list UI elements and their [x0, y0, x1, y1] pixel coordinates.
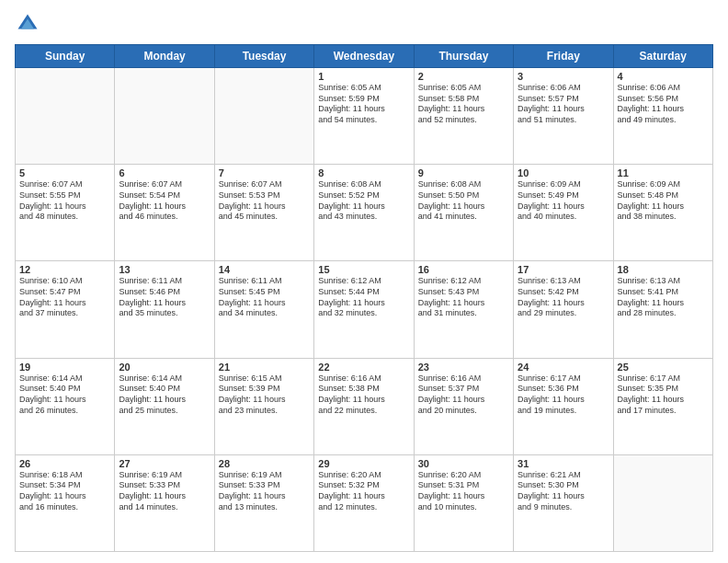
- header: [15, 11, 713, 37]
- calendar-cell: 8Sunrise: 6:08 AM Sunset: 5:52 PM Daylig…: [314, 165, 414, 261]
- day-info: Sunrise: 6:08 AM Sunset: 5:52 PM Dayligh…: [318, 179, 409, 223]
- day-info: Sunrise: 6:17 AM Sunset: 5:35 PM Dayligh…: [618, 373, 709, 417]
- day-info: Sunrise: 6:05 AM Sunset: 5:58 PM Dayligh…: [418, 83, 509, 126]
- day-info: Sunrise: 6:13 AM Sunset: 5:42 PM Dayligh…: [518, 276, 609, 319]
- day-info: Sunrise: 6:06 AM Sunset: 5:56 PM Dayligh…: [618, 83, 709, 126]
- calendar-cell: 17Sunrise: 6:13 AM Sunset: 5:42 PM Dayli…: [514, 261, 613, 358]
- day-info: Sunrise: 6:19 AM Sunset: 5:33 PM Dayligh…: [219, 470, 310, 513]
- day-info: Sunrise: 6:12 AM Sunset: 5:44 PM Dayligh…: [318, 276, 409, 319]
- calendar-cell: 27Sunrise: 6:19 AM Sunset: 5:33 PM Dayli…: [115, 454, 214, 551]
- calendar-cell: 2Sunrise: 6:05 AM Sunset: 5:58 PM Daylig…: [414, 68, 513, 165]
- day-number: 27: [119, 458, 210, 469]
- day-info: Sunrise: 6:15 AM Sunset: 5:39 PM Dayligh…: [219, 373, 310, 417]
- day-info: Sunrise: 6:11 AM Sunset: 5:46 PM Dayligh…: [119, 276, 210, 319]
- day-info: Sunrise: 6:07 AM Sunset: 5:53 PM Dayligh…: [219, 179, 310, 223]
- calendar-week-4: 19Sunrise: 6:14 AM Sunset: 5:40 PM Dayli…: [16, 358, 713, 454]
- calendar-cell: 16Sunrise: 6:12 AM Sunset: 5:43 PM Dayli…: [414, 261, 513, 358]
- day-header-saturday: Saturday: [613, 45, 712, 68]
- day-header-sunday: Sunday: [16, 45, 115, 68]
- day-number: 9: [418, 167, 509, 178]
- logo: [15, 11, 44, 37]
- day-number: 17: [518, 264, 609, 275]
- calendar-cell: [613, 454, 712, 551]
- day-number: 5: [19, 167, 110, 178]
- day-number: 30: [418, 458, 509, 469]
- calendar-cell: 23Sunrise: 6:16 AM Sunset: 5:37 PM Dayli…: [414, 358, 513, 454]
- day-header-monday: Monday: [115, 45, 214, 68]
- calendar-cell: 18Sunrise: 6:13 AM Sunset: 5:41 PM Dayli…: [613, 261, 712, 358]
- logo-icon: [15, 11, 40, 37]
- day-number: 10: [518, 167, 609, 178]
- calendar-cell: 7Sunrise: 6:07 AM Sunset: 5:53 PM Daylig…: [214, 165, 313, 261]
- day-number: 2: [418, 71, 509, 82]
- day-info: Sunrise: 6:09 AM Sunset: 5:48 PM Dayligh…: [618, 179, 709, 223]
- day-info: Sunrise: 6:16 AM Sunset: 5:37 PM Dayligh…: [418, 373, 509, 417]
- day-info: Sunrise: 6:05 AM Sunset: 5:59 PM Dayligh…: [318, 83, 409, 126]
- calendar-cell: 11Sunrise: 6:09 AM Sunset: 5:48 PM Dayli…: [613, 165, 712, 261]
- day-number: 20: [119, 362, 210, 373]
- day-info: Sunrise: 6:19 AM Sunset: 5:33 PM Dayligh…: [119, 470, 210, 513]
- day-number: 8: [318, 167, 409, 178]
- day-number: 14: [219, 264, 310, 275]
- day-number: 11: [618, 167, 709, 178]
- day-number: 12: [19, 264, 110, 275]
- calendar-cell: 9Sunrise: 6:08 AM Sunset: 5:50 PM Daylig…: [414, 165, 513, 261]
- calendar-week-5: 26Sunrise: 6:18 AM Sunset: 5:34 PM Dayli…: [16, 454, 713, 551]
- day-number: 1: [318, 71, 409, 82]
- calendar-cell: 12Sunrise: 6:10 AM Sunset: 5:47 PM Dayli…: [16, 261, 115, 358]
- day-info: Sunrise: 6:17 AM Sunset: 5:36 PM Dayligh…: [518, 373, 609, 417]
- day-number: 23: [418, 362, 509, 373]
- calendar-week-1: 1Sunrise: 6:05 AM Sunset: 5:59 PM Daylig…: [16, 68, 713, 165]
- day-info: Sunrise: 6:16 AM Sunset: 5:38 PM Dayligh…: [318, 373, 409, 417]
- day-number: 26: [19, 458, 110, 469]
- calendar-table: SundayMondayTuesdayWednesdayThursdayFrid…: [15, 44, 713, 552]
- day-info: Sunrise: 6:21 AM Sunset: 5:30 PM Dayligh…: [518, 470, 609, 513]
- calendar-cell: 6Sunrise: 6:07 AM Sunset: 5:54 PM Daylig…: [115, 165, 214, 261]
- day-number: 31: [518, 458, 609, 469]
- day-info: Sunrise: 6:10 AM Sunset: 5:47 PM Dayligh…: [19, 276, 110, 319]
- day-number: 15: [318, 264, 409, 275]
- day-number: 19: [19, 362, 110, 373]
- calendar-cell: [214, 68, 313, 165]
- day-info: Sunrise: 6:06 AM Sunset: 5:57 PM Dayligh…: [518, 83, 609, 126]
- day-number: 28: [219, 458, 310, 469]
- day-info: Sunrise: 6:20 AM Sunset: 5:31 PM Dayligh…: [418, 470, 509, 513]
- calendar-cell: 4Sunrise: 6:06 AM Sunset: 5:56 PM Daylig…: [613, 68, 712, 165]
- day-info: Sunrise: 6:14 AM Sunset: 5:40 PM Dayligh…: [19, 373, 110, 417]
- day-number: 4: [618, 71, 709, 82]
- calendar-cell: 24Sunrise: 6:17 AM Sunset: 5:36 PM Dayli…: [514, 358, 613, 454]
- calendar-cell: [115, 68, 214, 165]
- day-number: 25: [618, 362, 709, 373]
- day-number: 6: [119, 167, 210, 178]
- day-info: Sunrise: 6:14 AM Sunset: 5:40 PM Dayligh…: [119, 373, 210, 417]
- page: SundayMondayTuesdayWednesdayThursdayFrid…: [0, 0, 728, 563]
- day-info: Sunrise: 6:08 AM Sunset: 5:50 PM Dayligh…: [418, 179, 509, 223]
- day-info: Sunrise: 6:20 AM Sunset: 5:32 PM Dayligh…: [318, 470, 409, 513]
- day-header-friday: Friday: [514, 45, 613, 68]
- calendar-week-2: 5Sunrise: 6:07 AM Sunset: 5:55 PM Daylig…: [16, 165, 713, 261]
- day-info: Sunrise: 6:12 AM Sunset: 5:43 PM Dayligh…: [418, 276, 509, 319]
- calendar-cell: 21Sunrise: 6:15 AM Sunset: 5:39 PM Dayli…: [214, 358, 313, 454]
- day-number: 3: [518, 71, 609, 82]
- calendar-cell: 26Sunrise: 6:18 AM Sunset: 5:34 PM Dayli…: [16, 454, 115, 551]
- calendar-cell: 29Sunrise: 6:20 AM Sunset: 5:32 PM Dayli…: [314, 454, 414, 551]
- calendar-cell: 31Sunrise: 6:21 AM Sunset: 5:30 PM Dayli…: [514, 454, 613, 551]
- calendar-cell: 5Sunrise: 6:07 AM Sunset: 5:55 PM Daylig…: [16, 165, 115, 261]
- day-number: 24: [518, 362, 609, 373]
- day-number: 29: [318, 458, 409, 469]
- day-info: Sunrise: 6:09 AM Sunset: 5:49 PM Dayligh…: [518, 179, 609, 223]
- day-header-wednesday: Wednesday: [314, 45, 414, 68]
- day-info: Sunrise: 6:07 AM Sunset: 5:54 PM Dayligh…: [119, 179, 210, 223]
- calendar-cell: 3Sunrise: 6:06 AM Sunset: 5:57 PM Daylig…: [514, 68, 613, 165]
- day-number: 21: [219, 362, 310, 373]
- calendar-cell: 22Sunrise: 6:16 AM Sunset: 5:38 PM Dayli…: [314, 358, 414, 454]
- calendar-cell: [16, 68, 115, 165]
- calendar-cell: 30Sunrise: 6:20 AM Sunset: 5:31 PM Dayli…: [414, 454, 513, 551]
- day-info: Sunrise: 6:13 AM Sunset: 5:41 PM Dayligh…: [618, 276, 709, 319]
- calendar-cell: 14Sunrise: 6:11 AM Sunset: 5:45 PM Dayli…: [214, 261, 313, 358]
- day-header-thursday: Thursday: [414, 45, 513, 68]
- day-number: 16: [418, 264, 509, 275]
- day-number: 22: [318, 362, 409, 373]
- calendar-week-3: 12Sunrise: 6:10 AM Sunset: 5:47 PM Dayli…: [16, 261, 713, 358]
- calendar-cell: 13Sunrise: 6:11 AM Sunset: 5:46 PM Dayli…: [115, 261, 214, 358]
